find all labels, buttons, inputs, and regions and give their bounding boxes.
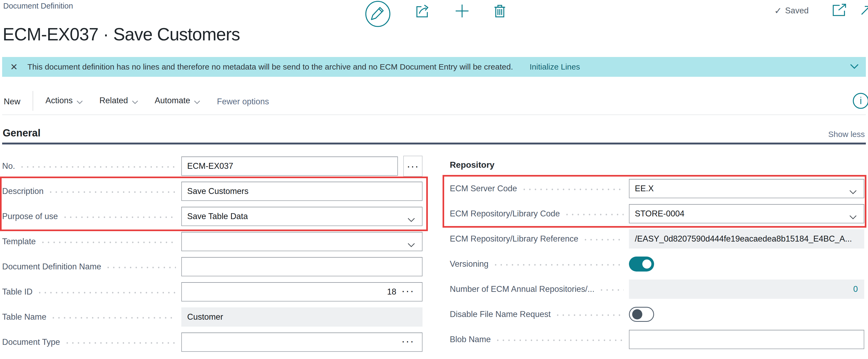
dotted-leader — [48, 191, 176, 193]
chevron-down-icon[interactable] — [850, 63, 859, 70]
lookup-button[interactable]: ··· — [401, 285, 414, 297]
field-label: No. — [2, 161, 15, 171]
dotted-leader — [522, 188, 624, 190]
section-title: General — [3, 127, 41, 139]
field-label: ECM Repository/Library Reference — [450, 234, 579, 244]
description-input[interactable]: Save Customers — [181, 182, 423, 201]
template-dropdown[interactable] — [181, 232, 423, 251]
field-row-annual-repositories: Number of ECM Annual Repositories/... 0 — [444, 277, 866, 302]
chevron-down-icon — [132, 97, 138, 107]
actions-menu[interactable]: Actions — [45, 95, 83, 107]
document-type-input[interactable]: ··· — [181, 332, 423, 352]
external-arrow-icon[interactable] — [860, 4, 868, 17]
form-right-column: Repository ECM Server Code EE.X ECM Repo… — [444, 154, 866, 355]
field-label: Number of ECM Annual Repositories/... — [450, 285, 594, 294]
related-menu[interactable]: Related — [99, 95, 138, 107]
share-icon[interactable] — [415, 4, 431, 18]
repository-group-heading: Repository — [444, 154, 866, 176]
chevron-down-icon — [194, 97, 200, 107]
blob-name-input[interactable] — [629, 330, 864, 349]
field-row-blob-name: Blob Name — [444, 327, 866, 352]
dotted-leader — [62, 216, 176, 218]
field-label: Document Definition Name — [2, 262, 101, 271]
document-definition-page: Document Definition — [0, 0, 868, 359]
ecm-repository-code-dropdown[interactable]: STORE-0004 — [629, 204, 864, 223]
general-form: No. ECM-EX037 ··· Description Save Custo… — [2, 145, 866, 355]
field-row-document-definition-name: Document Definition Name — [2, 254, 427, 279]
disable-file-name-request-toggle[interactable] — [629, 307, 654, 322]
versioning-toggle[interactable] — [629, 257, 654, 271]
automate-menu[interactable]: Automate — [155, 95, 200, 107]
field-label: ECM Repository/Library Code — [450, 209, 560, 218]
field-row-disable-file-name-request: Disable File Name Request — [444, 302, 866, 327]
ecm-repository-reference-readonly: /EASY_0d8207590d444fe19eacaedea8b15184_E… — [629, 229, 864, 248]
document-definition-name-input[interactable] — [181, 257, 423, 276]
field-row-ecm-repository-code: ECM Repository/Library Code STORE-0004 — [444, 201, 866, 226]
popout-icon[interactable] — [832, 3, 847, 18]
initialize-lines-link[interactable]: Initialize Lines — [530, 62, 580, 71]
chevron-down-icon — [849, 212, 857, 222]
chevron-down-icon — [849, 187, 857, 197]
lookup-button[interactable]: ··· — [401, 335, 414, 347]
field-label: Template — [2, 237, 36, 246]
field-row-ecm-server-code: ECM Server Code EE.X — [444, 176, 866, 201]
toggle-knob — [632, 309, 642, 320]
action-bar: New Actions Related Automate Fewer optio… — [2, 77, 866, 115]
action-bar-divider — [33, 91, 33, 111]
field-label: Table Name — [2, 312, 46, 322]
general-section-header: General Show less — [2, 115, 866, 145]
dotted-leader — [105, 267, 176, 268]
field-row-table-id: Table ID 18 ··· — [2, 279, 427, 304]
top-bar: Document Definition — [0, 0, 868, 17]
table-id-input[interactable]: 18 ··· — [181, 282, 423, 301]
fewer-options-button[interactable]: Fewer options — [217, 97, 269, 107]
field-label: ECM Server Code — [450, 184, 517, 193]
delete-icon[interactable] — [494, 4, 506, 18]
dotted-leader — [37, 292, 176, 294]
dotted-leader — [555, 314, 624, 316]
info-glyph: i — [860, 95, 862, 106]
field-label: Blob Name — [450, 335, 491, 344]
chevron-down-icon — [407, 215, 415, 225]
show-less-link[interactable]: Show less — [828, 130, 865, 139]
table-name-readonly: Customer — [181, 307, 423, 327]
chevron-down-icon — [76, 97, 83, 107]
dotted-leader — [599, 289, 624, 291]
dotted-leader — [64, 342, 176, 344]
add-icon[interactable] — [455, 4, 469, 18]
field-row-document-type: Document Type ··· — [2, 330, 427, 355]
field-row-purpose-of-use: Purpose of use Save Table Data — [2, 204, 427, 229]
form-left-column: No. ECM-EX037 ··· Description Save Custo… — [2, 154, 427, 355]
dotted-leader — [19, 166, 176, 168]
purpose-of-use-dropdown[interactable]: Save Table Data — [181, 207, 423, 226]
close-icon[interactable]: ✕ — [10, 62, 18, 72]
field-row-versioning: Versioning — [444, 251, 866, 277]
save-status: ✓ Saved — [774, 3, 868, 18]
assist-edit-button[interactable]: ··· — [403, 156, 423, 177]
field-row-description: Description Save Customers — [2, 179, 427, 204]
annual-repositories-readonly: 0 — [629, 279, 864, 299]
ecm-server-code-dropdown[interactable]: EE.X — [629, 179, 864, 198]
field-label: Purpose of use — [2, 212, 58, 221]
new-button[interactable]: New — [4, 97, 20, 107]
dotted-leader — [493, 264, 624, 266]
field-label: Description — [2, 186, 43, 196]
dotted-leader — [564, 214, 624, 215]
dotted-leader — [51, 317, 176, 319]
field-row-template: Template — [2, 229, 427, 254]
field-label: Disable File Name Request — [450, 309, 551, 319]
field-row-no: No. ECM-EX037 ··· — [2, 154, 427, 179]
dotted-leader — [583, 239, 624, 240]
no-input[interactable]: ECM-EX037 — [181, 156, 398, 176]
dotted-leader — [40, 242, 176, 243]
field-label: Versioning — [450, 259, 489, 269]
info-icon[interactable]: i — [851, 92, 868, 111]
toggle-knob — [642, 260, 651, 269]
breadcrumb[interactable]: Document Definition — [3, 2, 73, 10]
edit-icon[interactable] — [365, 1, 391, 27]
toolbar-icons — [365, 1, 506, 27]
saved-label: Saved — [785, 6, 809, 16]
dotted-leader — [495, 339, 624, 341]
field-label: Table ID — [2, 287, 33, 297]
field-row-table-name: Table Name Customer — [2, 304, 427, 330]
